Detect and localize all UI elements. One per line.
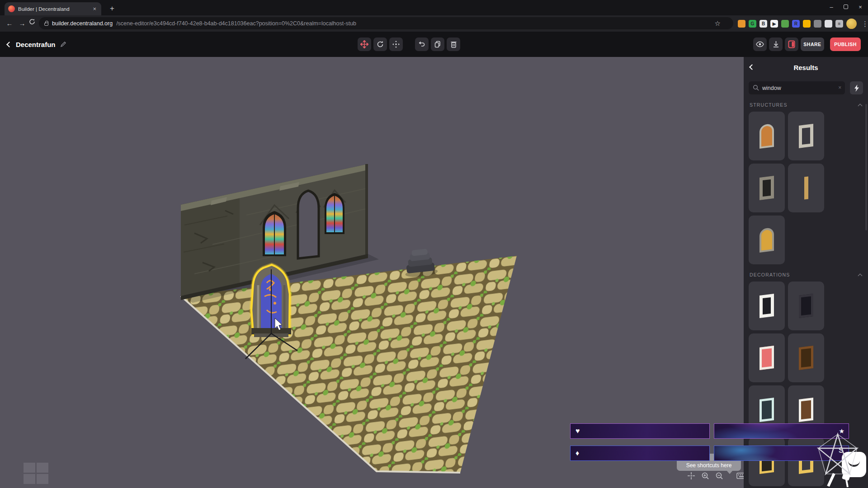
extension-icon-3[interactable]: B [760, 20, 767, 28]
extension-icon-1[interactable] [738, 20, 745, 28]
section-label: STRUCTURES [750, 102, 788, 108]
back-chevron-icon[interactable] [6, 42, 12, 47]
asset-card[interactable] [749, 437, 785, 486]
extension-icon-5[interactable] [781, 20, 789, 28]
collapse-caret-icon [858, 103, 863, 108]
zoom-in-button[interactable] [700, 471, 710, 481]
arched-doorway[interactable] [296, 191, 321, 258]
browser-tab[interactable]: Builder | Decentraland × [5, 2, 101, 15]
preview-button[interactable] [753, 38, 767, 51]
back-button[interactable]: ← [5, 19, 14, 28]
shortcuts-button[interactable] [736, 471, 744, 481]
extension-icon-7[interactable] [803, 20, 811, 28]
asset-thumbnail [760, 346, 774, 370]
move-icon [360, 40, 368, 48]
scale-icon [392, 41, 400, 48]
bookmark-star-icon[interactable]: ☆ [715, 19, 721, 28]
browser-menu-icon[interactable]: ⋮ [862, 20, 868, 28]
asset-card[interactable] [749, 164, 785, 212]
asset-card[interactable] [788, 164, 824, 212]
asset-thumbnail [760, 398, 774, 422]
asset-card[interactable] [788, 333, 824, 382]
url-path: /scene-editor/e3c494cd-f740-42e8-b4ab-d4… [116, 20, 728, 27]
publish-button[interactable]: PUBLISH [830, 38, 861, 51]
window-close-button[interactable]: × [856, 4, 864, 10]
extension-icon-8[interactable] [814, 20, 821, 28]
overlay-bar-bottom: ♦ [570, 446, 849, 461]
search-icon [753, 84, 759, 91]
project-name: Decentrafun [16, 41, 56, 48]
asset-thumbnail [799, 346, 813, 370]
tab-close-icon[interactable]: × [91, 5, 98, 12]
asset-thumbnail [799, 124, 813, 148]
new-tab-button[interactable]: + [107, 3, 118, 14]
stone-staircase[interactable] [403, 248, 438, 278]
star-wand-graphic: S [811, 431, 866, 488]
zoom-out-button[interactable] [714, 471, 724, 481]
panel-back-chevron[interactable] [749, 64, 755, 70]
scale-tool-button[interactable] [389, 38, 403, 51]
asset-thumbnail [799, 294, 813, 318]
edit-pencil-icon[interactable] [60, 41, 66, 47]
download-button[interactable] [769, 38, 783, 51]
crosshair-icon [687, 472, 695, 480]
lock-icon [44, 23, 48, 26]
collapse-caret-icon [858, 273, 863, 278]
address-bar[interactable]: builder.decentraland.org /scene-editor/e… [39, 17, 733, 29]
trash-icon [450, 41, 457, 48]
extension-icon-10[interactable]: ≡ [835, 20, 843, 28]
asset-card[interactable] [749, 112, 785, 160]
svg-text:S: S [839, 446, 844, 454]
asset-thumbnail [760, 227, 774, 253]
duplicate-button[interactable] [431, 38, 444, 51]
asset-card[interactable] [788, 112, 824, 160]
transform-toolbar [358, 38, 460, 51]
panel-title: Results [793, 64, 818, 71]
extension-icon-9[interactable] [825, 20, 832, 28]
undo-icon [418, 41, 425, 48]
search-input[interactable] [749, 81, 845, 94]
browser-tab-bar: Builder | Decentraland × + – × [0, 0, 868, 15]
delete-button[interactable] [447, 38, 460, 51]
window-maximize-button[interactable] [844, 5, 848, 9]
section-header-decorations[interactable]: DECORATIONS [744, 264, 868, 282]
asset-card[interactable] [749, 333, 785, 382]
asset-search: × [749, 81, 845, 94]
extension-icon-6[interactable]: R [792, 20, 800, 28]
asset-thumbnail [760, 123, 774, 149]
center-camera-button[interactable] [686, 471, 696, 481]
tab-title: Builder | Decentraland [18, 6, 88, 12]
panel-scrollbar[interactable] [865, 104, 867, 230]
reload-button[interactable] [29, 19, 39, 28]
keyboard-icon [736, 472, 744, 479]
zoom-in-icon [701, 472, 709, 480]
rotate-icon [377, 41, 384, 48]
forward-button[interactable]: → [17, 19, 27, 28]
undo-button[interactable] [415, 38, 429, 51]
clear-search-icon[interactable]: × [838, 84, 841, 91]
section-header-structures[interactable]: STRUCTURES [744, 94, 868, 112]
toggle-panel-button[interactable] [785, 38, 798, 51]
profile-avatar[interactable] [846, 19, 857, 29]
overlay-bar-segment: ♥ [570, 423, 710, 439]
browser-url-bar: ← → builder.decentraland.org /scene-edit… [0, 15, 868, 32]
eye-icon [756, 41, 764, 47]
lightning-icon [854, 84, 859, 92]
asset-card[interactable] [788, 282, 824, 330]
smart-items-button[interactable] [850, 81, 863, 94]
asset-card[interactable] [749, 216, 785, 264]
structures-grid [744, 112, 868, 264]
heart-icon: ♥ [576, 424, 580, 438]
asset-card[interactable] [749, 282, 785, 330]
decentraland-favicon-icon [8, 5, 15, 12]
rotate-tool-button[interactable] [373, 38, 387, 51]
share-button[interactable]: SHARE [801, 38, 824, 51]
panel-toggle-icon [788, 40, 795, 48]
zoom-out-icon [715, 472, 723, 480]
tooltip-text: See shortcuts here [686, 462, 732, 469]
extension-icon-2[interactable]: G [749, 20, 756, 28]
move-tool-button[interactable] [358, 38, 371, 51]
window-minimize-button[interactable]: – [827, 4, 835, 10]
download-icon [773, 41, 779, 48]
extension-icon-4[interactable]: ▶ [770, 20, 778, 28]
